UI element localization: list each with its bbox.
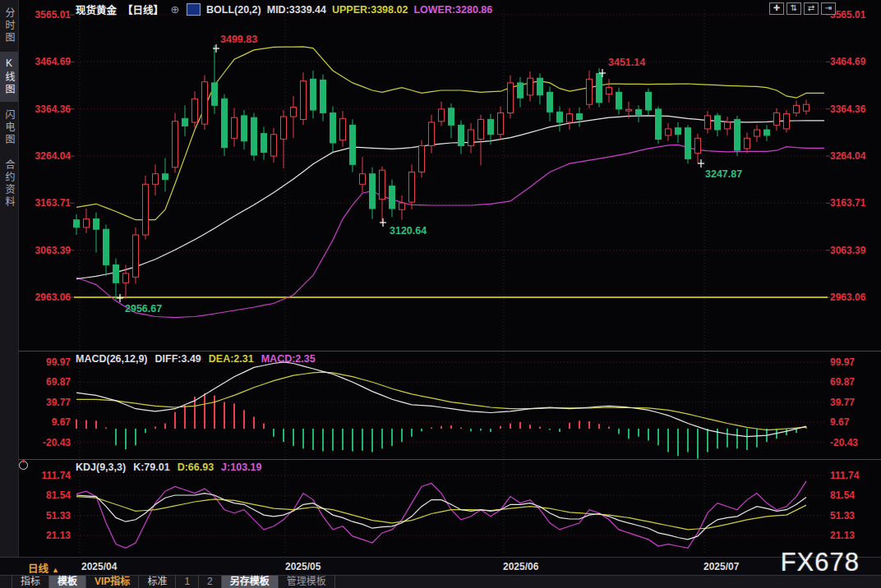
kdj-d-value: D:66.93 (178, 462, 214, 473)
kdj-j-value: J:103.19 (221, 462, 261, 473)
period-label: 【日线】 (122, 2, 164, 17)
axis-label: 39.77 (830, 397, 881, 407)
axis-label: 3364.36 (830, 104, 881, 114)
bollinger-bands (76, 47, 824, 318)
axis-label: 111.74 (20, 471, 71, 480)
toolbar-tab-另存模板[interactable]: 另存模板 (222, 576, 279, 588)
candlestick-series (74, 45, 810, 301)
axis-label: -20.43 (830, 438, 881, 448)
gridlines (70, 10, 830, 555)
boll-upper-value: UPPER:3398.02 (332, 4, 408, 16)
axis-label: 3163.71 (20, 198, 71, 208)
period-selector-label: 日线 (28, 563, 48, 575)
axis-label: 2963.06 (830, 292, 881, 302)
axis-label: 3565.01 (830, 10, 881, 20)
boll-lower-value: LOWER:3280.86 (413, 4, 492, 16)
price-annotation: 3247.87 (705, 168, 742, 180)
brand-watermark: FX678 (781, 548, 860, 577)
axis-label: 51.33 (830, 511, 881, 521)
sidebar-item-K线图[interactable]: K线图 (0, 52, 18, 102)
toolbar-tab-管理模板[interactable]: 管理模板 (279, 576, 335, 588)
axis-label: 21.13 (20, 531, 71, 540)
price-annotation: 3499.83 (220, 34, 257, 45)
axis-label: 51.33 (20, 511, 71, 521)
axis-label: 69.87 (830, 377, 881, 387)
price-annotation: 2956.67 (125, 303, 162, 315)
axis-label: 3464.69 (20, 57, 71, 67)
boll-mid-value: MID:3339.44 (267, 4, 326, 16)
trading-chart-app: 3499.833451.143247.873120.642956.67 分时图K… (0, 0, 881, 588)
toolbar-tab-标准[interactable]: 标准 (139, 576, 176, 588)
chart-title-bar: 现货黄金 【日线】 ⊕ BOLL(20,2) MID:3339.44 UPPER… (76, 2, 492, 16)
chevron-up-icon: ▲ (52, 566, 59, 574)
axis-label: 2963.06 (20, 292, 71, 302)
sidebar-item-合约资料[interactable]: 合约资料 (0, 154, 18, 214)
time-axis-label: 2025/07 (703, 561, 739, 572)
kdj-k-value: K:79.01 (133, 462, 169, 473)
add-indicator-icon[interactable]: ⊕ (169, 4, 181, 16)
sidebar: 分时图K线图闪电图合约资料 (0, 0, 19, 557)
macd-name: MACD(26,12,9) (76, 353, 148, 365)
macd-dea-value: DEA:2.31 (209, 353, 254, 365)
time-axis-label: 2025/06 (503, 561, 538, 572)
boll-label: BOLL(20,2) (206, 4, 261, 16)
macd-panel-series (76, 362, 806, 459)
macd-macd-value: MACD:2.35 (261, 353, 316, 365)
axis-label: 3264.04 (830, 151, 881, 161)
macd-diff-value: DIFF:3.49 (155, 353, 201, 365)
toolbar-tab-1[interactable]: 1 (176, 576, 199, 588)
scale-y-axis-icon[interactable]: ⇅ (786, 2, 801, 15)
axis-label: 81.54 (830, 490, 881, 500)
axis-label: -20.43 (20, 438, 71, 448)
bottom-toolbar: 指标模板VIP指标标准12另存模板管理模板 (0, 575, 881, 588)
axis-label: 111.74 (830, 471, 881, 480)
toolbar-tab-2[interactable]: 2 (199, 576, 222, 588)
kdj-header: KDJ(9,3,3) K:79.01 D:66.93 J:103.19 (76, 462, 261, 473)
kdj-panel-icon[interactable] (19, 461, 28, 470)
axis-label: 99.97 (20, 357, 71, 367)
axis-label: 69.87 (20, 377, 71, 387)
axis-label: 3565.01 (20, 10, 71, 20)
axis-label: 3063.39 (830, 246, 881, 255)
toolbar-tab-指标[interactable]: 指标 (12, 576, 49, 588)
chart-canvas[interactable]: 3499.833451.143247.873120.642956.67 (0, 0, 881, 588)
pan-tool-icon[interactable]: ✚ (769, 2, 784, 15)
axis-label: 39.77 (20, 397, 71, 407)
price-annotation: 3120.64 (390, 225, 427, 237)
axis-label: 21.13 (830, 531, 881, 540)
boll-chart-icon[interactable] (187, 3, 201, 16)
axis-label: 3364.36 (20, 104, 71, 114)
axis-label: 81.54 (20, 490, 71, 500)
sidebar-item-分时图[interactable]: 分时图 (0, 2, 18, 50)
macd-header: MACD(26,12,9) DIFF:3.49 DEA:2.31 MACD:2.… (76, 353, 316, 365)
price-annotations: 3499.833451.143247.873120.642956.67 (117, 34, 742, 315)
kdj-name: KDJ(9,3,3) (76, 462, 126, 473)
symbol-name: 现货黄金 (76, 2, 117, 17)
period-selector-button[interactable]: 日线▲ (23, 560, 64, 576)
axis-label: 9.67 (830, 417, 881, 427)
price-annotation: 3451.14 (608, 57, 645, 68)
time-axis-label: 2025/05 (285, 561, 321, 572)
axis-label: 3063.39 (20, 246, 71, 255)
toolbar-tab-VIP指标[interactable]: VIP指标 (86, 576, 139, 588)
scale-x-axis-icon[interactable]: ⇄ (804, 2, 819, 15)
sidebar-item-闪电图[interactable]: 闪电图 (0, 103, 18, 152)
axis-label: 9.67 (20, 417, 71, 427)
axis-label: 3464.69 (830, 57, 881, 67)
axis-label: 3163.71 (830, 198, 881, 208)
axis-label: 99.97 (830, 357, 881, 367)
axis-label: 3264.04 (20, 151, 71, 161)
toolbar-tab-模板[interactable]: 模板 (49, 576, 86, 588)
pan-right-icon[interactable]: ⇥ (821, 2, 836, 15)
time-axis-label: 2025/04 (81, 561, 117, 572)
kdj-panel-series (76, 481, 806, 549)
chart-toolbuttons: ✚ ⇅ ⇄ ⇥ (769, 2, 836, 15)
time-axis-row: 日线▲ 2025/042025/052025/062025/07 (0, 557, 881, 576)
